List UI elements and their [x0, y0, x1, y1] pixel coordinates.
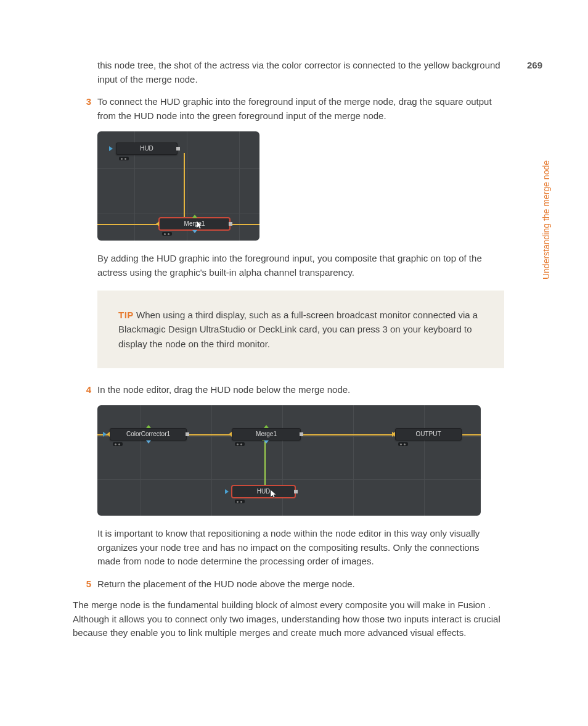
cursor-icon	[271, 490, 277, 498]
output-square-icon	[294, 490, 298, 493]
input-icon	[107, 432, 110, 437]
cursor-icon	[197, 221, 203, 229]
input-top-icon	[146, 425, 151, 428]
page-number: 269	[527, 59, 542, 73]
play-indicator-icon	[225, 489, 229, 494]
step-3: 3 To connect the HUD graphic into the fo…	[73, 95, 504, 279]
step-5: 5 Return the placement of the HUD node a…	[73, 577, 504, 592]
input-mask-icon	[264, 440, 269, 443]
node-merge1: Merge1	[159, 218, 230, 230]
tip-label: TIP	[118, 310, 134, 320]
node-dots-icon	[398, 442, 408, 446]
node-dots-icon	[162, 232, 172, 236]
input-background-icon	[156, 221, 159, 226]
output-square-icon	[186, 432, 189, 436]
section-title-side: Understanding the merge node	[540, 160, 553, 279]
node-dots-icon	[113, 442, 123, 446]
connection-hud-merge	[264, 439, 266, 485]
output-square-icon	[229, 222, 232, 226]
node-label: OUTPUT	[415, 431, 441, 437]
node-editor-figure-2: ColorCorrector1 Merge1 OUTPUT HU	[97, 405, 481, 516]
step-3-text: To connect the HUD graphic into the fore…	[97, 95, 504, 123]
node-hud: HUD	[232, 485, 295, 498]
step-3-after: By adding the HUD graphic into the foreg…	[97, 252, 504, 279]
tip-text: When using a third display, such as a fu…	[118, 310, 478, 349]
input-icon	[392, 432, 395, 437]
input-mask-icon	[192, 230, 197, 233]
connection-foreground	[184, 153, 185, 221]
connection-background	[97, 224, 159, 225]
node-label: HUD	[257, 488, 271, 495]
node-colorcorrector1: ColorCorrector1	[110, 428, 187, 440]
node-label: Merge1	[256, 431, 277, 437]
tip-callout: TIP When using a third display, such as …	[97, 291, 504, 368]
connection-cc-merge	[187, 434, 233, 435]
step-number: 5	[73, 577, 91, 592]
intro-paragraph: this node tree, the shot of the actress …	[97, 59, 504, 86]
step-4-text: In the node editor, drag the HUD node be…	[97, 383, 504, 397]
step-4-after: It is important to know that repositioni…	[97, 527, 504, 569]
connection-output	[230, 224, 259, 225]
node-label: HUD	[140, 145, 153, 152]
step-4: 4 In the node editor, drag the HUD node …	[73, 383, 504, 569]
node-dots-icon	[119, 157, 129, 160]
input-foreground-icon	[192, 215, 197, 218]
node-label: ColorCorrector1	[126, 431, 170, 437]
step-number: 3	[73, 95, 91, 109]
node-dots-icon	[235, 442, 245, 446]
closing-paragraph: The merge node is the fundamental buildi…	[73, 598, 504, 640]
play-indicator-icon	[109, 146, 113, 151]
page-content: this node tree, the shot of the actress …	[73, 59, 504, 649]
node-output: OUTPUT	[395, 428, 462, 440]
step-5-text: Return the placement of the HUD node abo…	[97, 577, 504, 592]
input-foreground-icon	[264, 425, 269, 428]
node-dots-icon	[235, 500, 245, 503]
output-square-icon	[300, 432, 303, 436]
input-bot-icon	[146, 440, 151, 443]
connection-merge-out	[301, 434, 393, 435]
input-background-icon	[229, 432, 232, 437]
node-merge1: Merge1	[232, 428, 301, 440]
output-square-icon	[176, 147, 180, 151]
connection-out-right	[462, 434, 481, 435]
node-hud: HUD	[116, 142, 178, 155]
node-editor-figure-1: HUD Merge1	[97, 131, 259, 241]
step-number: 4	[73, 383, 91, 397]
